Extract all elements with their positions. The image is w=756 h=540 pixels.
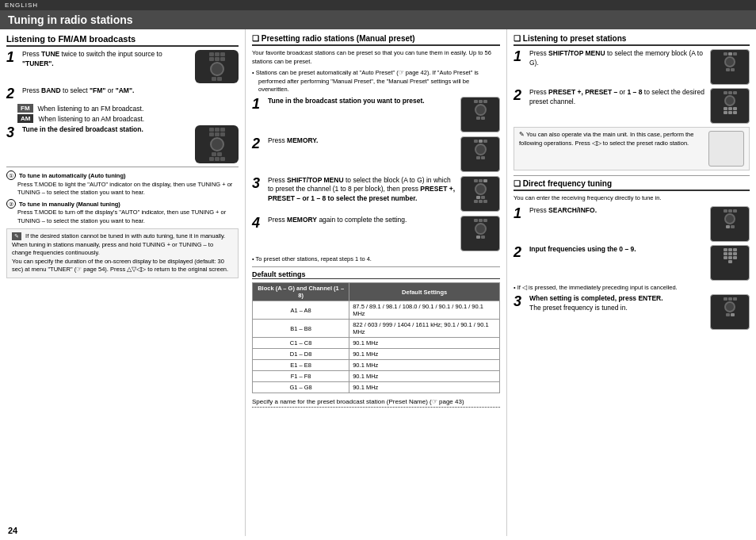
right-step-1d: 1 Press SEARCH/INFO. — [514, 206, 750, 242]
left-note-box: ✎ If the desired station cannot be tuned… — [6, 228, 239, 278]
mid-step-3-num: 3 — [252, 176, 265, 190]
right-remote-4 — [710, 245, 750, 281]
table-row: D1 – D890.1 MHz — [253, 349, 500, 360]
right-step-1: 1 Press SHIFT/TOP MENU to select the mem… — [514, 49, 750, 85]
note-bullet-3: You can specify the duration of the on-s… — [12, 258, 228, 274]
right-step-2-num: 2 — [514, 88, 526, 102]
note-bullet-1: If the desired station cannot be tuned i… — [25, 232, 225, 239]
step-3-text: Tune in the desired broadcast station. — [22, 125, 192, 135]
remote-img-2 — [195, 125, 239, 163]
manual-tuning-desc: Press T.MODE to turn off the display's "… — [6, 209, 239, 225]
table-cell-block: A1 – A8 — [253, 301, 349, 320]
right-remote-2 — [710, 88, 750, 124]
table-cell-setting: 90.1 MHz — [349, 382, 500, 393]
fm-badge: FM — [17, 104, 33, 113]
table-col2-header: Default Settings — [349, 283, 500, 301]
table-cell-block: E1 – E8 — [253, 360, 349, 371]
auto-tuning-section: ① To tune in automatically (Auto tuning)… — [6, 170, 239, 197]
step-3-num: 3 — [6, 125, 19, 140]
table-row: E1 – E890.1 MHz — [253, 360, 500, 371]
right-column: ❑ Listening to preset stations 1 Press S… — [507, 29, 756, 536]
table-cell-setting: 90.1 MHz — [349, 360, 500, 371]
mid-remote-3 — [460, 176, 500, 212]
default-settings-table: Block (A – G) and Channel (1 – 8) Defaul… — [252, 282, 500, 393]
circle-2: ② — [6, 199, 16, 209]
right-step-2: 2 Press PRESET +, PRESET – or 1 – 8 to s… — [514, 88, 750, 124]
circle-1: ① — [6, 170, 16, 180]
step-2-num: 2 — [6, 86, 19, 101]
right-step-3d: 3 When setting is completed, press ENTER… — [514, 294, 750, 330]
mid-step-2-num: 2 — [252, 136, 265, 151]
main-title: Tuning in radio stations — [0, 10, 756, 29]
am-badge: AM — [17, 114, 33, 123]
mid-step-4: 4 Press MEMORY again to complete the set… — [252, 216, 500, 251]
left-step-3: 3 Tune in the desired broadcast station. — [6, 125, 239, 163]
mid-remote-4 — [460, 216, 500, 251]
am-desc: When listening to an AM broadcast. — [38, 115, 144, 123]
right-step-1-num: 1 — [514, 49, 526, 63]
preset-section-title: ❑ Presetting radio stations (Manual pres… — [252, 34, 500, 46]
mid-step-4-num: 4 — [252, 216, 265, 230]
mid-step-2: 2 Press MEMORY. — [252, 136, 500, 172]
remote-img-1 — [195, 50, 239, 83]
table-cell-block: G1 – G8 — [253, 382, 349, 393]
direct-intro: You can enter the receiving frequency di… — [514, 194, 750, 203]
language-label: ENGLISH — [5, 2, 38, 9]
right-step-2d: 2 Input frequencies using the 0 – 9. — [514, 245, 750, 281]
preset-bullet1: • Stations can be preset automatically a… — [252, 69, 500, 94]
right-step-3d-num: 3 — [514, 294, 526, 308]
right-note-text: ✎ You can also operate via the main unit… — [519, 131, 704, 167]
mid-remote-1 — [460, 97, 500, 132]
table-row: B1 – B8822 / 603 / 999 / 1404 / 1611 kHz… — [253, 320, 500, 338]
auto-tuning-desc: Press T.MODE to light the "AUTO" indicat… — [6, 181, 239, 197]
mid-step-1-num: 1 — [252, 97, 265, 111]
table-cell-block: F1 – F8 — [253, 371, 349, 382]
right-step-1d-num: 1 — [514, 206, 526, 220]
tune-note: The preset frequency is tuned in. — [529, 304, 628, 312]
right-remote-1 — [710, 49, 750, 85]
top-bar: ENGLISH — [0, 0, 756, 10]
table-cell-block: B1 – B8 — [253, 320, 349, 338]
table-cell-setting: 87.5 / 89.1 / 98.1 / 108.0 / 90.1 / 90.1… — [349, 301, 500, 320]
table-cell-block: C1 – C8 — [253, 338, 349, 349]
note-icon-1: ✎ — [12, 232, 21, 240]
middle-column: ❑ Presetting radio stations (Manual pres… — [246, 29, 507, 536]
right-remote-3 — [710, 206, 750, 242]
table-row: C1 – C890.1 MHz — [253, 338, 500, 349]
right-step-2d-num: 2 — [514, 245, 526, 259]
mid-step-3: 3 Press SHIFT/TOP MENU to select the blo… — [252, 176, 500, 212]
table-row: F1 – F890.1 MHz — [253, 371, 500, 382]
table-cell-setting: 90.1 MHz — [349, 349, 500, 360]
table-cell-setting: 90.1 MHz — [349, 338, 500, 349]
table-cell-block: D1 – D8 — [253, 349, 349, 360]
left-step-2: 2 Press BAND to select "FM" or "AM". — [6, 86, 239, 101]
direct-freq-title: ❑ Direct frequency tuning — [514, 179, 750, 191]
fm-desc: When listening to an FM broadcast. — [38, 105, 144, 113]
note-bullet-2: When tuning in stations manually, press … — [12, 241, 213, 257]
default-settings-title: Default settings — [252, 270, 500, 279]
left-step-1: 1 Press TUNE twice to switch the input s… — [6, 50, 239, 83]
left-column: Listening to FM/AM broadcasts 1 Press TU… — [0, 29, 246, 536]
mid-step-1: 1 Tune in the broadcast station you want… — [252, 97, 500, 132]
step-1-num: 1 — [6, 50, 19, 64]
table-row: A1 – A887.5 / 89.1 / 98.1 / 108.0 / 90.1… — [253, 301, 500, 320]
preset-intro: Your favorite broadcast stations can be … — [252, 49, 500, 66]
table-cell-setting: 90.1 MHz — [349, 371, 500, 382]
page-number: 24 — [8, 526, 17, 535]
cancel-bullet: • If ◁ is pressed, the immediately prece… — [514, 284, 750, 293]
preset-name-link: Specify a name for the preset broadcast … — [252, 398, 500, 408]
preset-repeat-bullet: • To preset other stations, repeat steps… — [252, 255, 500, 264]
left-section-title: Listening to FM/AM broadcasts — [6, 34, 239, 47]
main-unit-img — [708, 131, 744, 167]
manual-tuning-section: ② To tune in manually (Manual tuning) Pr… — [6, 199, 239, 226]
table-row: G1 – G890.1 MHz — [253, 382, 500, 393]
auto-tuning-title: To tune in automatically (Auto tuning) — [19, 172, 125, 179]
right-note-box: ✎ You can also operate via the main unit… — [514, 127, 750, 170]
table-cell-setting: 822 / 603 / 999 / 1404 / 1611 kHz; 90.1 … — [349, 320, 500, 338]
listening-preset-title: ❑ Listening to preset stations — [514, 34, 750, 46]
mid-remote-2 — [460, 136, 500, 172]
manual-tuning-title: To tune in manually (Manual tuning) — [19, 201, 120, 208]
right-remote-5 — [710, 294, 750, 330]
table-col1-header: Block (A – G) and Channel (1 – 8) — [253, 283, 349, 301]
